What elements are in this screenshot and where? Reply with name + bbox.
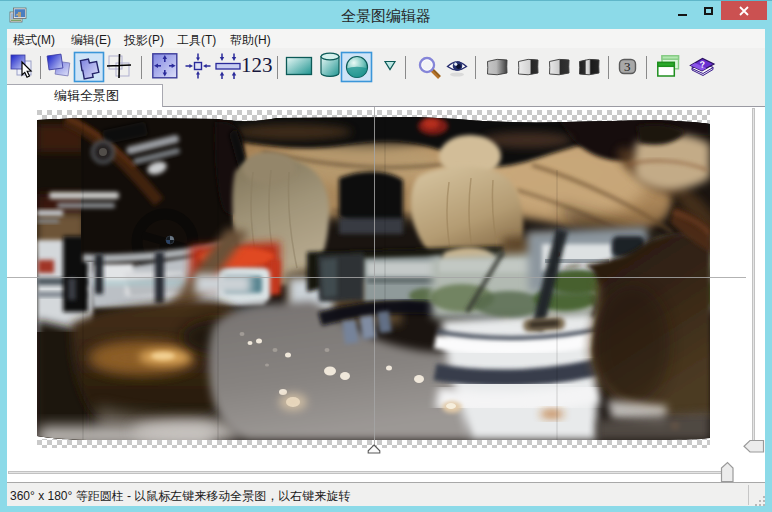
svg-text:3: 3 <box>624 59 631 74</box>
svg-text:?: ? <box>699 59 705 69</box>
svg-text:123: 123 <box>241 53 273 77</box>
